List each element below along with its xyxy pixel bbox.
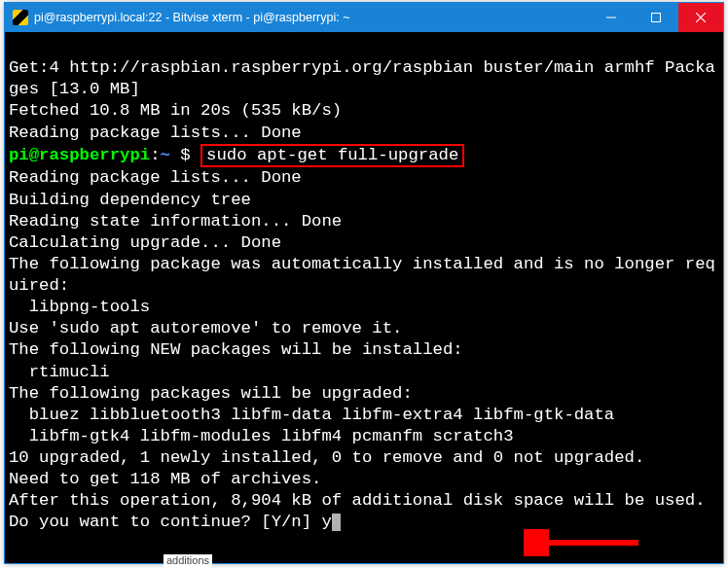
- titlebar[interactable]: pi@raspberrypi.local:22 - Bitvise xterm …: [5, 3, 723, 32]
- command-text: sudo apt-get full-upgrade: [206, 146, 458, 164]
- term-line: Reading state information... Done: [9, 212, 342, 231]
- term-line: The following NEW packages will be insta…: [9, 340, 463, 359]
- highlighted-command: sudo apt-get full-upgrade: [200, 144, 464, 168]
- term-line: After this operation, 8,904 kB of additi…: [9, 491, 706, 510]
- term-line: Do you want to continue? [Y/n]: [9, 513, 321, 531]
- term-line: 10 upgraded, 1 newly installed, 0 to rem…: [9, 448, 644, 467]
- minimize-icon: [606, 13, 616, 22]
- term-line: libfm-gtk4 libfm-modules libfm4 pcmanfm …: [9, 427, 514, 445]
- term-line: The following packages will be upgraded:: [9, 384, 413, 403]
- term-line: Use 'sudo apt autoremove' to remove it.: [9, 319, 402, 337]
- term-line: Calculating upgrade... Done: [9, 233, 281, 252]
- prompt-path: ~: [161, 146, 170, 164]
- maximize-button[interactable]: [634, 3, 678, 32]
- term-line: Reading package lists... Done: [9, 124, 302, 142]
- close-icon: [696, 13, 706, 22]
- user-answer: y: [321, 513, 331, 531]
- term-line: rtimucli: [9, 363, 110, 381]
- term-line: libpng-tools: [9, 298, 150, 316]
- svg-rect-1: [652, 14, 661, 22]
- app-window: pi@raspberrypi.local:22 - Bitvise xterm …: [4, 2, 724, 564]
- annotation-arrow-icon: [524, 529, 640, 556]
- terminal-viewport[interactable]: Get:4 http://raspbian.raspberrypi.org/ra…: [5, 32, 723, 563]
- term-line: bluez libbluetooth3 libfm-data libfm-ext…: [9, 406, 614, 424]
- term-line: Need to get 118 MB of archives.: [9, 470, 321, 488]
- taskbar-fragment: additions: [164, 554, 212, 568]
- prompt-sep: :: [150, 146, 160, 164]
- term-line: The following package was automatically …: [9, 255, 715, 295]
- maximize-icon: [651, 13, 661, 22]
- minimize-button[interactable]: [589, 3, 634, 32]
- term-line: Fetched 10.8 MB in 20s (535 kB/s): [9, 101, 342, 120]
- window-title: pi@raspberrypi.local:22 - Bitvise xterm …: [34, 11, 589, 24]
- app-icon: [13, 10, 28, 25]
- close-button[interactable]: [678, 3, 723, 32]
- prompt-user: pi@raspberrypi: [9, 146, 150, 164]
- terminal-cursor: [332, 514, 341, 531]
- term-line: Get:4 http://raspbian.raspberrypi.org/ra…: [9, 58, 715, 98]
- prompt-symbol: $: [180, 146, 190, 164]
- term-line: Building dependency tree: [9, 191, 251, 209]
- term-line: Reading package lists... Done: [9, 168, 302, 187]
